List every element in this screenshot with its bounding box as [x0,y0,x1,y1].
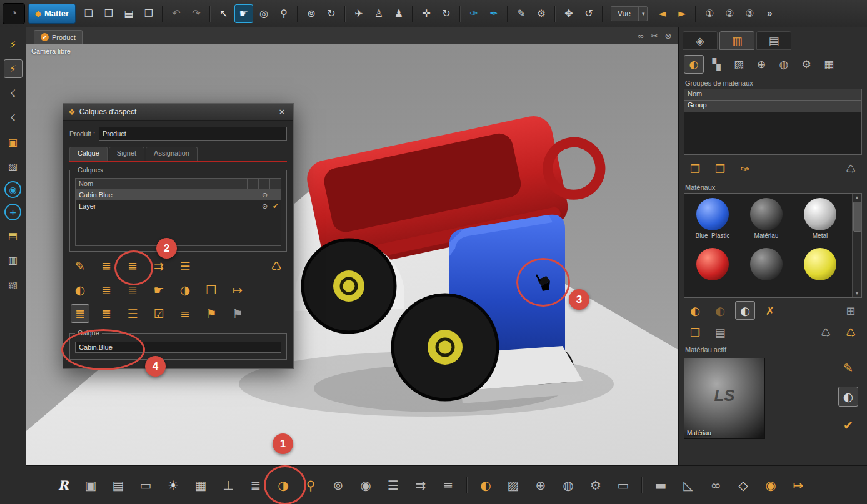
matter-mode-button[interactable]: ◆ Matter [28,4,76,24]
camera-target-icon[interactable]: ⊚ [302,4,321,23]
tab-product[interactable]: ✔ Product [34,30,83,44]
gear-icon[interactable]: ⚙ [584,473,608,497]
link-icon[interactable]: ∞ [634,29,647,42]
sphere-target-icon[interactable]: ◉ [759,473,783,497]
pick-settings-icon[interactable]: ⚙ [532,4,551,23]
delete-layer-icon[interactable]: ♺ [267,257,286,275]
picture-icon[interactable]: ▤ [4,226,23,245]
detach-icon[interactable]: ✂ [648,29,661,42]
layer-row[interactable]: Cabin.Blue⊙ [76,189,281,200]
hand-pan-icon[interactable]: ☛ [234,4,253,23]
orbit-camera-icon[interactable]: ◎ [254,4,273,23]
stamp-icon[interactable]: ⊥ [216,473,240,497]
layers-empty-area[interactable] [76,212,281,245]
group-row[interactable]: Group [684,101,861,112]
close-view-icon[interactable]: ⊗ [662,29,674,42]
checklist-icon[interactable]: ⇉ [409,473,433,497]
app-logo-icon[interactable]: ◔ [3,3,25,24]
new-file-icon[interactable]: ❏ [79,4,98,23]
raytracing-icon[interactable]: ⚡ [4,59,23,78]
environments-lib-icon[interactable]: ⊕ [751,55,771,74]
sphere-set-icon[interactable]: ◍ [556,473,580,497]
add-material-layer-icon[interactable]: ≣ [97,280,116,299]
material-tile[interactable] [739,245,793,295]
set-square-icon[interactable]: ◺ [676,473,700,497]
zoom-camera-icon[interactable]: ⚲ [274,4,293,23]
add-plus-icon[interactable]: + [4,204,21,220]
new-group-icon[interactable]: ❒ [685,159,705,178]
adjust-sliders-icon[interactable]: ≣ [244,473,268,497]
sphere-layers-icon[interactable]: ◑ [176,280,194,299]
edit-active-material-icon[interactable]: ✎ [838,358,858,378]
layer-order-middle-icon[interactable]: ≣ [97,304,116,323]
fly-mode-icon[interactable]: ✈ [349,4,368,23]
add-layer-icon[interactable]: ≣ [97,257,116,275]
scroll-up-icon[interactable]: ▲ [854,195,859,200]
visibility-eye-icon[interactable]: ◉ [4,181,21,198]
import-material-icon[interactable]: ❒ [685,323,705,342]
libraries-tab[interactable]: ▥ [719,31,754,50]
tag-icon[interactable]: ⚑ [228,304,247,323]
material-tile[interactable] [793,245,847,295]
tab-calque[interactable]: Calque [69,147,108,161]
walk-mode-icon[interactable]: ♙ [369,4,388,23]
active-material-ball-icon[interactable]: ◐ [838,387,858,407]
clean-group-icon[interactable]: ✑ [735,159,755,178]
realtime-render-icon[interactable]: ⚡ [4,35,23,54]
scroll-down-icon[interactable]: ▼ [854,290,859,296]
view-slot-3-icon[interactable]: ③ [740,4,759,23]
screen-icon[interactable]: ▭ [611,473,635,497]
selection-picture-icon[interactable]: ▧ [4,275,23,294]
undo-icon[interactable]: ↶ [167,4,186,23]
groups-list[interactable]: Group [684,101,862,155]
move-manipulator-icon[interactable]: ✥ [559,4,578,23]
paint-all-icon[interactable]: ✒ [484,4,503,23]
active-material-preview[interactable]: LS Matériau [684,358,765,439]
bookmark-prev-icon[interactable]: ◄ [653,4,671,23]
screens-lib-icon[interactable]: ▦ [819,55,839,74]
material-tile[interactable] [686,245,739,295]
scrollbar-thumb[interactable] [853,202,861,232]
products-tab[interactable]: ◈ [683,31,718,50]
redo-icon[interactable]: ↷ [187,4,206,23]
pin-light-icon[interactable]: ⚲ [299,473,323,497]
layer-order-bottom-icon[interactable]: ≣ [71,304,89,323]
pick-assign-icon[interactable]: ✎ [71,257,89,275]
clear-assign-icon[interactable]: ✗ [760,301,780,320]
tag-link-icon[interactable]: ⚑ [202,304,221,323]
rotate-icon[interactable]: ↻ [437,4,456,23]
assign-hand-icon[interactable]: ☛ [149,280,168,299]
material-spheres-icon[interactable]: ⊚ [326,473,350,497]
glasses-3d-icon[interactable]: ∞ [704,473,728,497]
images-lib-icon[interactable]: ▨ [729,55,749,74]
close-icon[interactable]: ✕ [276,107,288,117]
tag-icon[interactable]: ◇ [731,473,755,497]
rotate-manipulator-icon[interactable]: ↺ [579,4,598,23]
tab-signet[interactable]: Signet [109,147,144,161]
materials-lib-icon[interactable]: ◐ [684,55,704,74]
product-input[interactable] [99,127,287,141]
batch-render-icon[interactable]: ☇ [4,108,23,127]
snapshot-icon[interactable]: ▣ [4,132,23,151]
materials-scrollbar[interactable]: ▲ ▼ [852,194,861,297]
dialog-titlebar[interactable]: ❖ Calques d'aspect ✕ [63,104,293,121]
select-cursor-icon[interactable]: ↖ [214,4,233,23]
validate-layers-icon[interactable]: ☑ [149,304,168,323]
aspect-layers-icon[interactable]: ◑ [271,473,295,497]
apply-material-icon[interactable]: ✔ [838,415,858,435]
transfer-layer-icon[interactable]: ⇉ [149,257,168,275]
render-icon[interactable]: R [51,473,75,497]
save-icon[interactable]: ▤ [119,4,138,23]
duplicate-group-icon[interactable]: ❒ [710,159,730,178]
materials-library-icon[interactable]: ◐ [474,473,498,497]
grid-view-icon[interactable]: ⊞ [841,301,861,320]
material-tile[interactable]: Metal [793,195,847,245]
calque-name-input[interactable] [75,342,281,353]
sphere-visibility-icon[interactable]: ◉ [354,473,378,497]
textures-lib-icon[interactable]: ▚ [706,55,726,74]
layer-list-icon[interactable]: ☰ [176,257,194,275]
duplicate-material-icon[interactable]: ◐ [710,301,730,320]
image-export-icon[interactable]: ▨ [4,157,23,175]
sphere-export-icon[interactable]: ↦ [786,473,810,497]
move-to-layer-icon[interactable]: ↦ [228,280,247,299]
